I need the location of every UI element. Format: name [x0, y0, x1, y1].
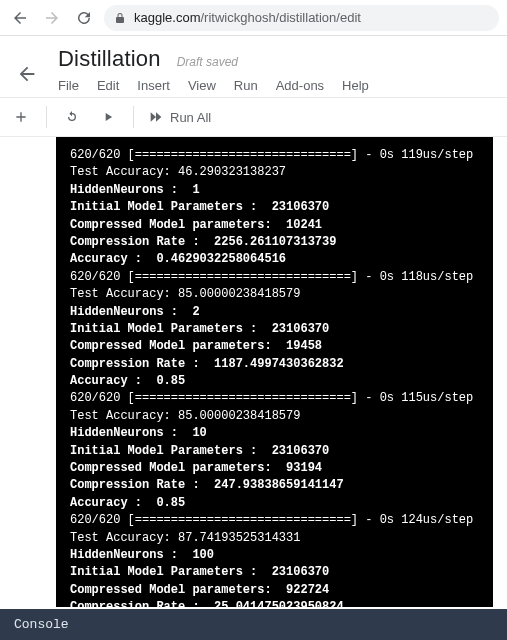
browser-back-button[interactable] [8, 6, 32, 30]
draft-status: Draft saved [177, 55, 238, 69]
console-bar[interactable]: Console [0, 609, 507, 640]
menu-file[interactable]: File [58, 78, 79, 93]
menu-addons[interactable]: Add-ons [276, 78, 324, 93]
browser-forward-button[interactable] [40, 6, 64, 30]
run-button[interactable] [97, 106, 119, 128]
lock-icon [114, 12, 126, 24]
toolbar-divider [133, 106, 134, 128]
page-back-button[interactable] [16, 63, 38, 85]
cell-output: 620/620 [==============================]… [56, 137, 493, 607]
toolbar-divider [46, 106, 47, 128]
url-text: kaggle.com/ritwickghosh/distillation/edi… [134, 10, 361, 25]
browser-url-bar[interactable]: kaggle.com/ritwickghosh/distillation/edi… [104, 5, 499, 31]
restart-button[interactable] [61, 106, 83, 128]
menu-insert[interactable]: Insert [137, 78, 170, 93]
menu-run[interactable]: Run [234, 78, 258, 93]
menu-view[interactable]: View [188, 78, 216, 93]
console-label: Console [14, 617, 69, 632]
browser-reload-button[interactable] [72, 6, 96, 30]
menu-bar: File Edit Insert View Run Add-ons Help [58, 72, 369, 97]
menu-help[interactable]: Help [342, 78, 369, 93]
page-title[interactable]: Distillation [58, 46, 161, 72]
menu-edit[interactable]: Edit [97, 78, 119, 93]
add-cell-button[interactable] [10, 106, 32, 128]
run-all-button[interactable]: Run All [148, 109, 211, 125]
run-all-label: Run All [170, 110, 211, 125]
